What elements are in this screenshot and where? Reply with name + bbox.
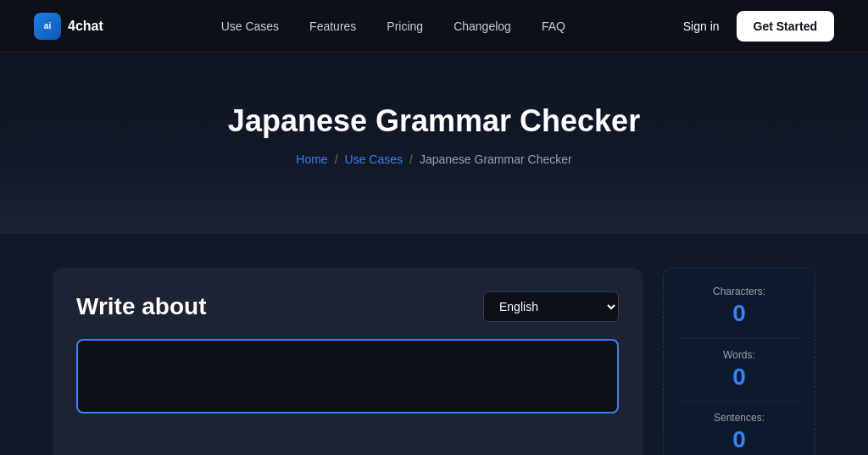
stat-divider-2	[677, 401, 801, 402]
stats-panel: Characters: 0 Words: 0 Sentences: 0	[663, 268, 815, 455]
words-value: 0	[677, 363, 801, 391]
characters-value: 0	[677, 299, 801, 328]
navbar-actions: Sign in Get Started	[683, 11, 834, 42]
breadcrumb-use-cases[interactable]: Use Cases	[345, 153, 403, 166]
nav-use-cases[interactable]: Use Cases	[221, 19, 279, 33]
editor-panel: Write about English Japanese Spanish Fre…	[53, 268, 643, 455]
stat-divider-1	[677, 338, 801, 339]
navbar: ai 4chat Use Cases Features Pricing Chan…	[0, 0, 868, 53]
get-started-button[interactable]: Get Started	[737, 11, 834, 42]
sign-in-button[interactable]: Sign in	[683, 19, 720, 33]
characters-label: Characters:	[677, 286, 801, 297]
breadcrumb-sep-1: /	[335, 153, 338, 166]
sentences-stat: Sentences: 0	[677, 412, 801, 454]
logo-icon: ai	[34, 13, 61, 40]
tool-container: Write about English Japanese Spanish Fre…	[53, 268, 815, 455]
words-stat: Words: 0	[677, 349, 801, 391]
logo-text: 4chat	[68, 19, 103, 34]
nav-links: Use Cases Features Pricing Changelog FAQ	[221, 19, 565, 33]
text-area-wrapper	[76, 339, 619, 413]
hero-title: Japanese Grammar Checker	[34, 103, 834, 139]
write-about-title: Write about	[76, 293, 206, 320]
nav-faq[interactable]: FAQ	[542, 19, 565, 33]
main-content: Write about English Japanese Spanish Fre…	[0, 234, 868, 455]
breadcrumb-sep-2: /	[409, 153, 413, 166]
sentences-value: 0	[677, 425, 801, 454]
text-input[interactable]	[78, 341, 617, 408]
nav-changelog[interactable]: Changelog	[453, 19, 511, 33]
nav-pricing[interactable]: Pricing	[387, 19, 423, 33]
characters-stat: Characters: 0	[677, 286, 801, 328]
language-select[interactable]: English Japanese Spanish French German	[483, 291, 619, 322]
breadcrumb-home[interactable]: Home	[296, 153, 327, 166]
hero-section: Japanese Grammar Checker Home / Use Case…	[0, 53, 868, 234]
sentences-label: Sentences:	[677, 412, 801, 424]
breadcrumb: Home / Use Cases / Japanese Grammar Chec…	[34, 153, 834, 166]
nav-features[interactable]: Features	[309, 19, 356, 33]
words-label: Words:	[677, 349, 801, 361]
editor-header: Write about English Japanese Spanish Fre…	[76, 291, 619, 322]
breadcrumb-current: Japanese Grammar Checker	[420, 153, 572, 166]
logo[interactable]: ai 4chat	[34, 13, 103, 40]
